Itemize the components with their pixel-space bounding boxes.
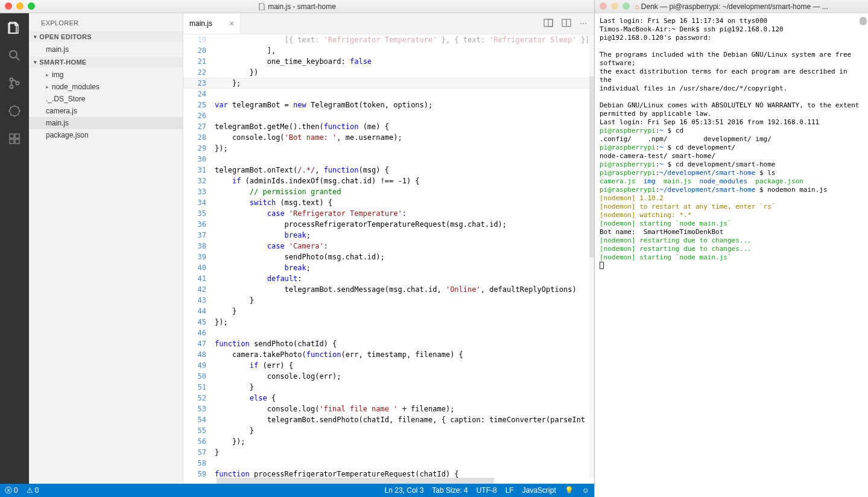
status-bar: ⓧ 0 ⚠ 0 Ln 23, Col 3 Tab Size: 4 UTF-8 L…: [0, 484, 594, 497]
code-line: 28 console.log('Bot name: ', me.username…: [183, 132, 594, 143]
smiley-icon[interactable]: ☺: [582, 486, 589, 495]
folder-img[interactable]: img: [29, 69, 183, 81]
svg-rect-8: [15, 139, 19, 144]
code-line: 54 telegramBot.sendPhoto(chatId, filenam…: [183, 414, 594, 425]
svg-point-2: [10, 78, 13, 81]
open-editor-item[interactable]: main.js: [29, 43, 183, 55]
status-errors[interactable]: ⓧ 0: [5, 486, 18, 496]
split-editor-icon[interactable]: [562, 18, 571, 30]
minimize-icon[interactable]: [16, 2, 24, 10]
code-line: 31telegramBot.onText(/.*/, function(msg)…: [183, 165, 594, 176]
zoom-icon[interactable]: [28, 2, 35, 10]
terminal-line: pi@raspberrypi:~/development/smart-home …: [600, 169, 863, 177]
terminal-line: node-camera-test/ smart-home/: [600, 152, 863, 160]
code-line: 22 }): [183, 67, 594, 78]
code-line: 59function processRefrigeratorTemperatur…: [183, 469, 594, 478]
code-line: 30: [183, 154, 594, 165]
svg-rect-11: [548, 19, 553, 27]
project-section[interactable]: SMART-HOME: [29, 57, 183, 68]
file-dsstore[interactable]: ._.DS_Store: [29, 93, 183, 105]
tab-main[interactable]: main.js ×: [183, 13, 241, 34]
status-lncol[interactable]: Ln 23, Col 3: [385, 486, 424, 495]
code-line: 27telegramBot.getMe().then(function (me)…: [183, 121, 594, 132]
code-line: 49 if (err) {: [183, 360, 594, 371]
close-tab-icon[interactable]: ×: [229, 19, 234, 28]
terminal-line: [nodemon] 1.10.2: [600, 194, 863, 203]
vscode-body: EXPLORER OPEN EDITORS main.js SMART-HOME…: [0, 13, 594, 484]
code-line: 37 break;: [183, 230, 594, 241]
error-count: 0: [14, 486, 18, 495]
status-encoding[interactable]: UTF-8: [477, 486, 497, 495]
terminal-line: permitted by applicable law.: [600, 110, 863, 118]
svg-rect-7: [10, 139, 14, 144]
code-line: 42 telegramBot.sendMessage(msg.chat.id, …: [183, 284, 594, 295]
folder-node-modules[interactable]: node_modules: [29, 81, 183, 93]
code-line: 24: [183, 89, 594, 100]
terminal-line: [nodemon] restarting due to changes...: [600, 245, 863, 253]
terminal-line: [600, 42, 863, 51]
terminal-scroll-thumb[interactable]: [860, 17, 867, 25]
file-main[interactable]: main.js: [29, 117, 183, 129]
open-editors-section[interactable]: OPEN EDITORS: [29, 31, 183, 42]
close-icon[interactable]: [600, 2, 607, 10]
code-line: 45});: [183, 317, 594, 328]
show-preview-icon[interactable]: [543, 18, 553, 30]
svg-rect-9: [15, 134, 19, 138]
status-language[interactable]: JavaScript: [522, 486, 556, 495]
terminal-line: pi@raspberrypi:~/development/smart-home …: [600, 186, 863, 194]
terminal-body[interactable]: Last login: Fri Sep 16 11:17:34 on ttys0…: [595, 13, 868, 497]
explorer-title: EXPLORER: [29, 13, 183, 31]
terminal-line: the exact distribution terms for each pr…: [600, 68, 863, 84]
code-line: 39 sendPhoto(msg.chat.id);: [183, 252, 594, 262]
debug-icon[interactable]: [6, 103, 23, 119]
extensions-icon[interactable]: [6, 130, 23, 147]
feedback-icon[interactable]: 💡: [565, 486, 574, 495]
tab-label: main.js: [189, 19, 212, 28]
code-line: 43 }: [183, 295, 594, 306]
code-line: 41 default:: [183, 273, 594, 284]
tab-bar: main.js × ⋯: [183, 13, 594, 34]
status-tabsize[interactable]: Tab Size: 4: [432, 486, 467, 495]
traffic-lights: [5, 2, 35, 10]
zoom-icon[interactable]: [622, 2, 630, 10]
code-line: 52 else {: [183, 393, 594, 404]
search-icon[interactable]: [6, 47, 23, 64]
terminal-line: camera.js img main.js node_modules packa…: [600, 177, 863, 186]
activity-bar: [0, 13, 29, 484]
code-line: 35 case 'Refrigerator Temperature':: [183, 208, 594, 219]
file-camera[interactable]: camera.js: [29, 105, 183, 117]
git-icon[interactable]: [6, 75, 23, 92]
code-line: 32 if (adminIds.indexOf(msg.chat.id) !==…: [183, 176, 594, 186]
code-line: 50 console.log(err);: [183, 371, 594, 382]
terminal-line: Bot name: SmartHomeTimoDenkBot: [600, 228, 863, 236]
more-icon[interactable]: ⋯: [580, 19, 587, 28]
code-line: 56 });: [183, 436, 594, 447]
code-line: 33 // permission granted: [183, 186, 594, 197]
window-title: main.js - smart-home: [268, 2, 336, 11]
close-icon[interactable]: [5, 2, 12, 10]
code-line: 36 processRefrigeratorTemperatureRequest…: [183, 219, 594, 230]
terminal-titlebar: ⌂ Denk — pi@raspberrypi: ~/development/s…: [595, 0, 868, 13]
vscode-titlebar: main.js - smart-home: [0, 0, 594, 13]
code-line: 46: [183, 328, 594, 338]
vscode-window: main.js - smart-home EXPLORER OPEN EDITO…: [0, 0, 594, 497]
warn-count: 0: [35, 486, 39, 495]
code-line: 34 switch (msg.text) {: [183, 197, 594, 208]
status-eol[interactable]: LF: [505, 486, 514, 495]
code-line: 44 }: [183, 306, 594, 317]
terminal-line: [nodemon] to restart at any time, enter …: [600, 203, 863, 211]
status-warnings[interactable]: ⚠ 0: [27, 486, 39, 495]
scrollbar-vertical[interactable]: [589, 34, 594, 478]
terminal-title: Denk — pi@raspberrypi: ~/development/sma…: [641, 2, 828, 11]
code-line: 47function sendPhoto(chatId) {: [183, 338, 594, 349]
terminal-line: Debian GNU/Linux comes with ABSOLUTELY N…: [600, 101, 863, 110]
scrollbar-horizontal[interactable]: [183, 478, 594, 484]
code-line: 20 ],: [183, 45, 594, 56]
terminal-line: The programs included with the Debian GN…: [600, 51, 863, 68]
terminal-window: ⌂ Denk — pi@raspberrypi: ~/development/s…: [594, 0, 868, 497]
terminal-line: Last login: Fri Sep 16 05:13:51 2016 fro…: [600, 118, 863, 127]
file-package[interactable]: package.json: [29, 129, 183, 141]
code-editor[interactable]: 19 [{ text: 'Refrigerator Temperature' }…: [183, 34, 594, 478]
minimize-icon[interactable]: [611, 2, 618, 10]
explorer-icon[interactable]: [6, 19, 23, 36]
